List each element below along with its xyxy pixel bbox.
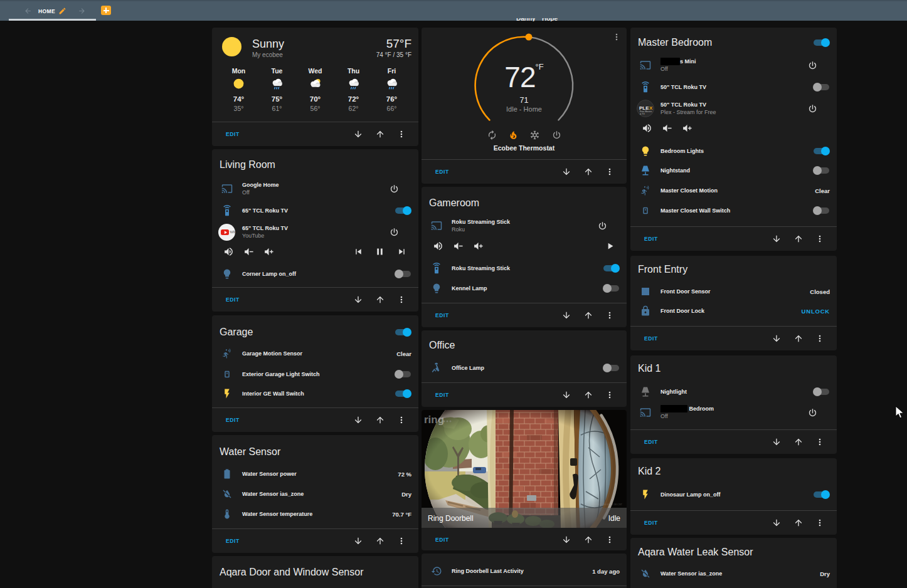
svg-text:ring: ring	[424, 414, 444, 426]
svg-text:Idle: Idle	[608, 514, 621, 523]
svg-text:Ring Doorbell: Ring Doorbell	[428, 514, 474, 523]
svg-text:2019-12-30 09:31:18 CST: 2019-12-30 09:31:18 CST	[593, 503, 623, 506]
